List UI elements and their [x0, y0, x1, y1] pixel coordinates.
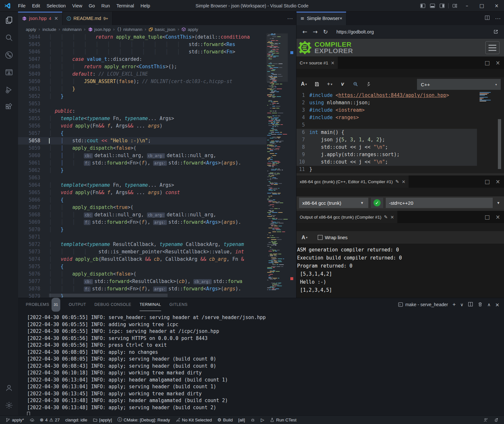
code-line-3[interactable]: 3#include <iostream>: [296, 107, 477, 114]
code-line-10[interactable]: 10 std::cout << j << "\n";: [296, 158, 477, 166]
layout-sidebar-right-icon[interactable]: [437, 0, 447, 12]
code-line-11[interactable]: 11}: [296, 166, 477, 173]
menu-edit[interactable]: Edit: [29, 0, 43, 12]
code-line-5063[interactable]: 5063: [18, 174, 267, 182]
code-line-5059[interactable]: 5059│ │ apply_dispatch<false>(: [18, 145, 267, 152]
source-pane-tab[interactable]: C++ source #1 ×: [296, 57, 338, 69]
layout-sidebar-left-icon[interactable]: [418, 0, 428, 12]
compiler-pane-tab[interactable]: x86-64 gcc (trunk) (C++, Editor #1, Comp…: [296, 175, 409, 188]
vim-mode-icon[interactable]: v: [338, 79, 347, 89]
code-line-5[interactable]: 5: [296, 121, 477, 129]
maximize-panel-icon[interactable]: ∧: [487, 302, 490, 307]
activitybar-item-cmake[interactable]: [0, 64, 18, 81]
menu-terminal[interactable]: Terminal: [113, 0, 137, 12]
font-size-button[interactable]: A▾: [300, 233, 309, 242]
status-cmake-debug-ready[interactable]: ⓘCMake: [Debug]: Ready: [116, 416, 171, 424]
code-editor[interactable]: 5044│ │ │ │ return apply_make_tuple<Cons…: [18, 33, 296, 298]
status-apply[interactable]: apply*: [4, 416, 26, 424]
terminal-dropdown-icon[interactable]: ∨: [460, 302, 463, 307]
tab-readme.md[interactable]: README.md9+: [63, 12, 112, 25]
activitybar-item-search[interactable]: [0, 29, 18, 46]
edit-title-icon[interactable]: ✎: [384, 214, 388, 220]
breadcrumb-item-include[interactable]: ›include: [36, 27, 56, 32]
code-line-5070[interactable]: 5070│ }: [18, 226, 267, 233]
more-actions-icon[interactable]: ···: [495, 15, 501, 22]
cppinsights-icon[interactable]: [363, 79, 373, 89]
code-line-5052[interactable]: 5052│ }: [18, 93, 267, 100]
close-icon[interactable]: ×: [390, 214, 394, 220]
panel-tab-problems[interactable]: PROBLEMS31: [26, 298, 60, 311]
menu-go[interactable]: Go: [85, 0, 98, 12]
compiler-select[interactable]: x86-64 gcc (trunk)▼: [299, 198, 368, 208]
code-line-5055[interactable]: 5055│ template<typename Fn, typename... …: [18, 115, 267, 122]
close-window-button[interactable]: ×: [489, 0, 504, 12]
code-line-5045[interactable]: 5045│ │ │ │ │ │ │ │ │ │ │ │ std::forward…: [18, 41, 267, 48]
activitybar-item-explorer[interactable]: [0, 12, 18, 29]
code-line-2[interactable]: 2using nlohmann::json;: [296, 99, 477, 107]
language-select[interactable]: C++▾: [417, 79, 501, 90]
menu-view[interactable]: View: [69, 0, 85, 12]
activitybar-item-extensions[interactable]: [0, 99, 18, 116]
code-line-5051[interactable]: 5051│ │ }: [18, 85, 267, 93]
close-icon[interactable]: ×: [340, 16, 342, 21]
status-cloud-upload[interactable]: [28, 416, 36, 424]
code-line-5065[interactable]: 5065│ void apply(Fn&& f, Args&& ... args…: [18, 189, 267, 196]
checkbox-icon[interactable]: [318, 235, 323, 240]
minimize-button[interactable]: –: [460, 0, 474, 12]
new-terminal-icon[interactable]: +: [452, 301, 456, 308]
reload-icon[interactable]: ↻: [320, 27, 331, 37]
font-size-button[interactable]: A▾: [299, 79, 309, 89]
code-line-5049[interactable]: 5049│ │ default: // LCOV_EXCL_LINE: [18, 71, 267, 78]
terminal-process-label[interactable]: make - serve_header: [398, 302, 448, 307]
breadcrumb-item-nlohmann[interactable]: ›nlohmann: [56, 27, 82, 32]
editor-more-actions[interactable]: ···: [287, 12, 293, 25]
terminal-output[interactable]: [2022-04-30 06:05:55] INFO: serve_header…: [18, 311, 504, 418]
code-line-5050[interactable]: 5050│ │ │ JSON_ASSERT(false); // NOLINT(…: [18, 78, 267, 85]
code-line-5074[interactable]: 5074│ void apply_cb(ResultCallback && cb…: [18, 256, 267, 263]
tab-json.hpp[interactable]: C+json.hpp4×: [18, 12, 63, 25]
customize-layout-icon[interactable]: [450, 0, 460, 12]
code-line-5058[interactable]: 5058│ │ std::cout << "Hello :-)\n";: [18, 137, 267, 145]
code-line-5067[interactable]: 5067│ │ apply_dispatch<true>(: [18, 204, 267, 211]
code-line-5054[interactable]: 5054 public:: [18, 108, 267, 115]
code-line-5056[interactable]: 5056│ void apply(Fn&& f, Args&& ... args…: [18, 122, 267, 130]
save-icon[interactable]: [312, 79, 322, 89]
status-feedback[interactable]: [482, 416, 490, 424]
code-line-7[interactable]: 7 json j{5, 3, 1, 4, 2};: [296, 136, 477, 144]
forward-icon[interactable]: →: [310, 27, 320, 37]
url-input[interactable]: https://godbolt.org: [333, 27, 488, 36]
output-pane-tab[interactable]: Output of x86-64 gcc (trunk) (Compiler #…: [296, 211, 397, 223]
activitybar-item-source-control[interactable]: [0, 46, 18, 64]
code-line-5064[interactable]: 5064│ template<typename Fn, typename... …: [18, 182, 267, 189]
breadcrumb-item-apply[interactable]: apply: [26, 27, 36, 32]
editor-hscrollbar[interactable]: [49, 294, 168, 297]
code-line-5048[interactable]: 5048│ │ │ return apply_error<ConstThis>(…: [18, 63, 267, 71]
close-pane-icon[interactable]: ×: [496, 60, 500, 66]
code-line-5072[interactable]: 5072│ template<typename ResultCallback, …: [18, 241, 267, 248]
status-build[interactable]: ⚙Build: [216, 416, 235, 424]
wrap-lines-checkbox[interactable]: Wrap lines: [318, 235, 348, 240]
code-line-4[interactable]: 4#include <ranges>: [296, 114, 477, 121]
zoom-icon[interactable]: [351, 79, 360, 89]
compiler-explorer-logo-icon[interactable]: [298, 41, 312, 55]
code-line-1[interactable]: 1#include <https://localhost:8443/apply/…: [296, 92, 477, 99]
code-line-5073[interactable]: 5073│ │ │ │ std::is_member_pointer<Resul…: [18, 248, 267, 256]
close-pane-icon[interactable]: ×: [496, 178, 500, 185]
godbolt-scrollbar[interactable]: [498, 119, 501, 169]
code-line-5077[interactable]: 5077│ │ │ cb:std::forward<ResultCallback…: [18, 278, 267, 285]
maximize-pane-icon[interactable]: □: [485, 60, 490, 66]
editor-scrollbar[interactable]: [288, 33, 296, 298]
status-all[interactable]: [all]: [237, 416, 247, 424]
status-no-kit-selected[interactable]: No Kit Selected: [174, 416, 214, 424]
kill-terminal-icon[interactable]: [478, 302, 483, 308]
minimap[interactable]: [267, 33, 288, 298]
menu-file[interactable]: File: [15, 0, 29, 12]
back-icon[interactable]: ←: [300, 27, 310, 37]
menu-run[interactable]: Run: [98, 0, 113, 12]
panel-tab-terminal[interactable]: TERMINAL: [140, 298, 161, 311]
maximize-button[interactable]: □: [474, 0, 489, 12]
panel-tab-debug-console[interactable]: DEBUG CONSOLE: [94, 298, 131, 311]
options-dropdown-icon[interactable]: ▼: [495, 201, 501, 205]
menu-selection[interactable]: Selection: [43, 0, 69, 12]
compiler-options-input[interactable]: -std=c++20: [386, 198, 493, 208]
